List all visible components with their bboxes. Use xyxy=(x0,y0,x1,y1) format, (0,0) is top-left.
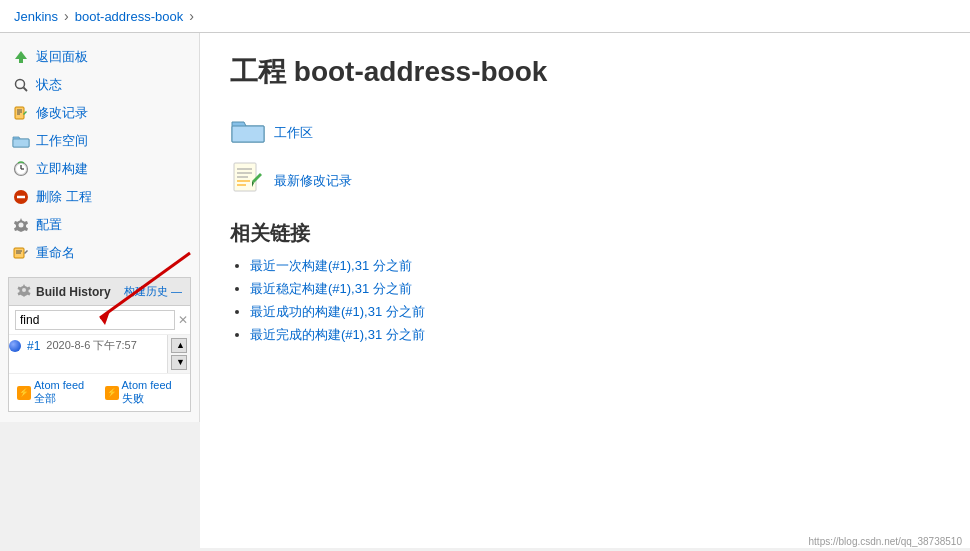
last-success-link[interactable]: 最近成功的构建(#1),31 分之前 xyxy=(250,304,425,319)
sep1: › xyxy=(64,8,69,24)
sidebar-label-changelog: 修改记录 xyxy=(36,104,88,122)
sidebar-item-build-now[interactable]: 立即构建 xyxy=(0,155,199,183)
delete-icon xyxy=(12,188,30,206)
project-link[interactable]: boot-address-book xyxy=(75,9,183,24)
related-links-list: 最近一次构建(#1),31 分之前 最近稳定构建(#1),31 分之前 最近成功… xyxy=(230,257,940,344)
sidebar-label-configure: 配置 xyxy=(36,216,62,234)
sidebar-item-status[interactable]: 状态 xyxy=(0,71,199,99)
related-links-section: 相关链接 最近一次构建(#1),31 分之前 最近稳定构建(#1),31 分之前… xyxy=(230,220,940,344)
scroll-buttons: ▲ ▼ xyxy=(167,335,190,373)
build-history-label: Build History xyxy=(36,285,111,299)
build-body: #1 2020-8-6 下午7:57 ▲ ▼ xyxy=(9,335,190,373)
jenkins-link[interactable]: Jenkins xyxy=(14,9,58,24)
sidebar-label-status: 状态 xyxy=(36,76,62,94)
last-complete-link[interactable]: 最近完成的构建(#1),31 分之前 xyxy=(250,327,425,342)
svg-rect-26 xyxy=(232,126,264,142)
workspace-section: 工作区 最新修改记录 xyxy=(230,116,940,200)
doc-edit-icon xyxy=(230,161,266,200)
svg-point-2 xyxy=(16,80,25,89)
sidebar-label-return-panel: 返回面板 xyxy=(36,48,88,66)
rss-all-icon: ⚡ xyxy=(17,386,31,400)
main-content: 工程 boot-address-book 工作区 xyxy=(200,33,970,548)
clock-icon xyxy=(12,160,30,178)
build-list: #1 2020-8-6 下午7:57 xyxy=(9,335,167,373)
build-history-link[interactable]: 构建历史 — xyxy=(124,284,182,299)
rename-icon xyxy=(12,244,30,262)
build-history-panel: Build History 构建历史 — ✕ #1 2020-8-6 下午7:5… xyxy=(8,277,191,412)
svg-rect-1 xyxy=(19,59,23,63)
workspace-folder-icon xyxy=(230,116,266,149)
workspace-item: 工作区 xyxy=(230,116,940,149)
atom-feed-all-link[interactable]: ⚡ Atom feed 全部 xyxy=(17,379,95,406)
url-hint: https://blog.csdn.net/qq_38738510 xyxy=(809,536,962,547)
latest-changes-link[interactable]: 最新修改记录 xyxy=(274,172,352,190)
gear-small-icon xyxy=(17,283,31,300)
search-clear-button[interactable]: ✕ xyxy=(178,313,188,327)
build-search-input[interactable] xyxy=(15,310,175,330)
sep2: › xyxy=(189,8,194,24)
scroll-down-button[interactable]: ▼ xyxy=(171,355,187,370)
sidebar: 返回面板 状态 xyxy=(0,33,200,422)
sidebar-item-return-panel[interactable]: 返回面板 xyxy=(0,43,199,71)
sidebar-label-delete: 删除 工程 xyxy=(36,188,92,206)
svg-point-23 xyxy=(22,288,26,292)
arrow-up-green-icon xyxy=(12,48,30,66)
build-status-ball xyxy=(9,340,21,352)
list-item: 最近稳定构建(#1),31 分之前 xyxy=(250,280,940,298)
sidebar-item-rename[interactable]: 重命名 xyxy=(0,239,199,267)
page-title: 工程 boot-address-book xyxy=(230,53,940,91)
last-build-link[interactable]: 最近一次构建(#1),31 分之前 xyxy=(250,258,412,273)
build-history-header: Build History 构建历史 — xyxy=(9,278,190,306)
gear-icon xyxy=(12,216,30,234)
sidebar-label-build-now: 立即构建 xyxy=(36,160,88,178)
folder-icon xyxy=(12,132,30,150)
sidebar-item-changelog[interactable]: 修改记录 xyxy=(0,99,199,127)
breadcrumb: Jenkins › boot-address-book › xyxy=(0,0,970,33)
list-item: 最近一次构建(#1),31 分之前 xyxy=(250,257,940,275)
svg-point-17 xyxy=(19,223,24,228)
atom-feed-fail-link[interactable]: ⚡ Atom feed 失败 xyxy=(105,379,183,406)
svg-marker-21 xyxy=(24,250,28,254)
build-search-bar: ✕ xyxy=(9,306,190,335)
list-item: 最近成功的构建(#1),31 分之前 xyxy=(250,303,940,321)
build-history-title: Build History xyxy=(17,283,111,300)
last-stable-link[interactable]: 最近稳定构建(#1),31 分之前 xyxy=(250,281,412,296)
sidebar-item-delete[interactable]: 删除 工程 xyxy=(0,183,199,211)
sidebar-item-configure[interactable]: 配置 xyxy=(0,211,199,239)
svg-line-3 xyxy=(24,88,28,92)
atom-feed-fail-label: Atom feed 失败 xyxy=(122,379,183,406)
workspace-link[interactable]: 工作区 xyxy=(274,124,313,142)
sidebar-label-workspace: 工作空间 xyxy=(36,132,88,150)
svg-rect-4 xyxy=(15,107,24,119)
latest-changes-item: 最新修改记录 xyxy=(230,161,940,200)
sidebar-label-rename: 重命名 xyxy=(36,244,75,262)
atom-feed-all-label: Atom feed 全部 xyxy=(34,379,95,406)
svg-marker-0 xyxy=(15,51,27,59)
build-time: 2020-8-6 下午7:57 xyxy=(46,338,137,353)
scroll-up-button[interactable]: ▲ xyxy=(171,338,187,353)
table-row: #1 2020-8-6 下午7:57 xyxy=(9,335,167,356)
build-number-link[interactable]: #1 xyxy=(27,339,40,353)
related-links-heading: 相关链接 xyxy=(230,220,940,247)
magnifier-icon xyxy=(12,76,30,94)
list-item: 最近完成的构建(#1),31 分之前 xyxy=(250,326,940,344)
sidebar-item-workspace[interactable]: 工作空间 xyxy=(0,127,199,155)
edit-icon xyxy=(12,104,30,122)
rss-fail-icon: ⚡ xyxy=(105,386,119,400)
atom-footer: ⚡ Atom feed 全部 ⚡ Atom feed 失败 xyxy=(9,373,190,411)
svg-rect-9 xyxy=(13,139,29,147)
